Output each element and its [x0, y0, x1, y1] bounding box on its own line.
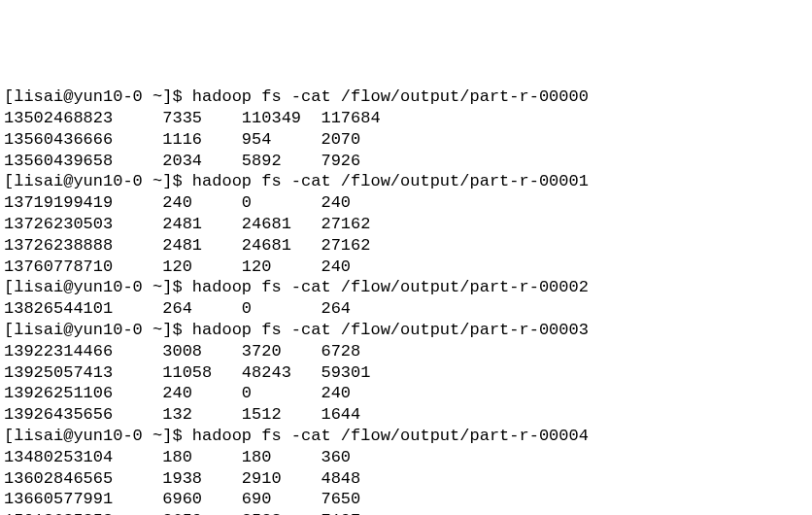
output-row: 13480253104 180 180 360: [4, 447, 808, 468]
output-row: 13925057413 11058 48243 59301: [4, 362, 808, 384]
command-line: [lisai@yun10-0 ~]$ hadoop fs -cat /flow/…: [4, 86, 808, 108]
terminal-output[interactable]: [lisai@yun10-0 ~]$ hadoop fs -cat /flow/…: [4, 86, 808, 515]
output-row: 13826544101 264 0 264: [4, 298, 808, 320]
command-line: [lisai@yun10-0 ~]$ hadoop fs -cat /flow/…: [4, 320, 808, 341]
output-row: 13602846565 1938 2910 4848: [4, 468, 808, 490]
command-line: [lisai@yun10-0 ~]$ hadoop fs -cat /flow/…: [4, 277, 808, 298]
output-row: 15013685858 3659 3538 7197: [4, 510, 808, 515]
output-row: 13760778710 120 120 240: [4, 257, 808, 278]
output-row: 13922314466 3008 3720 6728: [4, 341, 808, 362]
command-line: [lisai@yun10-0 ~]$ hadoop fs -cat /flow/…: [4, 426, 808, 447]
output-row: 13660577991 6960 690 7650: [4, 489, 808, 510]
command-line: [lisai@yun10-0 ~]$ hadoop fs -cat /flow/…: [4, 171, 808, 192]
output-row: 13560439658 2034 5892 7926: [4, 151, 808, 172]
output-row: 13926435656 132 1512 1644: [4, 404, 808, 426]
output-row: 13926251106 240 0 240: [4, 383, 808, 404]
output-row: 13502468823 7335 110349 117684: [4, 108, 808, 129]
output-row: 13726230503 2481 24681 27162: [4, 214, 808, 235]
output-row: 13726238888 2481 24681 27162: [4, 235, 808, 257]
output-row: 13719199419 240 0 240: [4, 192, 808, 214]
output-row: 13560436666 1116 954 2070: [4, 129, 808, 151]
